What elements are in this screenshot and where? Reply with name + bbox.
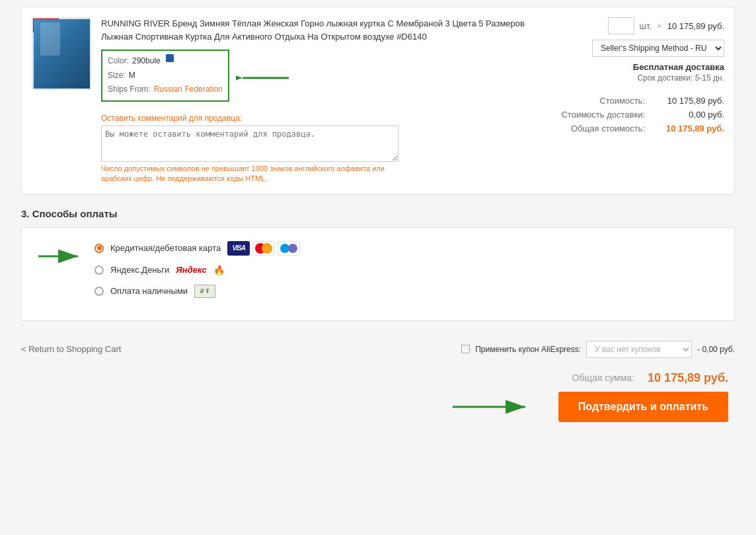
ships-from-value: Russian Federation: [154, 83, 223, 97]
product-title: RUNNING RIVER Бренд Зимняя Тёплая Женска…: [101, 17, 536, 43]
payment-card: Кредитная/дебетовая карта VISA: [21, 227, 735, 321]
radio-yandex[interactable]: [94, 266, 104, 275]
coupon-section: Применить купон AliExpress: У вас нет ку…: [461, 341, 735, 358]
comment-hint: Число допустимых символов не превышает 1…: [101, 164, 385, 184]
size-label: Size:: [108, 69, 126, 83]
price-per-unit: 10 175,89 руб.: [667, 21, 724, 31]
color-label: Color:: [108, 54, 129, 69]
quantity-input[interactable]: 1: [608, 17, 634, 34]
product-info: RUNNING RIVER Бренд Зимняя Тёплая Женска…: [101, 17, 536, 184]
product-right: 1 шт. × 10 175,89 руб. Seller's Shipping…: [546, 17, 724, 133]
payment-option-card[interactable]: Кредитная/дебетовая карта VISA: [94, 241, 300, 256]
cost-label: Стоимость:: [546, 96, 645, 106]
cash-icon: ₽ ₮: [194, 285, 215, 298]
product-attributes: Color: 290bule Size: M Ships From: Russi…: [101, 50, 229, 102]
cash-label: Оплата наличными: [110, 286, 188, 296]
coupon-checkbox[interactable]: [461, 345, 470, 353]
comment-section: Оставить комментарий для продавца: Число…: [101, 114, 536, 184]
yandex-logo: Яндекс: [176, 265, 206, 275]
yandex-label: Яндекс.Деньги: [110, 265, 169, 275]
return-to-cart-link[interactable]: < Return to Shopping Cart: [21, 344, 121, 354]
free-delivery-text: Бесплатная доставка: [633, 62, 724, 72]
card-label: Кредитная/дебетовая карта: [110, 243, 221, 253]
product-card: RUNNINGRIVER RUNNING RIVER Бренд Зимняя …: [21, 7, 735, 195]
total-value: 10 175,89 руб.: [648, 371, 728, 385]
size-value: M: [129, 69, 135, 83]
delivery-time: Срок доставки: 5-15 дн.: [633, 73, 724, 83]
color-swatch: [166, 54, 174, 62]
color-value: 290bule: [132, 54, 161, 69]
maestro-logo: [278, 241, 300, 256]
total-label: Общая сумма:: [572, 373, 634, 383]
total-cost-label: Общая стоимость:: [546, 124, 645, 133]
ships-from-label: Ships From:: [108, 83, 151, 97]
seller-comment-input[interactable]: [101, 125, 398, 162]
free-delivery-info: Бесплатная доставка Срок доставки: 5-15 …: [633, 62, 724, 83]
coupon-discount: - 0,00 руб.: [697, 345, 735, 354]
delivery-cost-label: Стоимость доставки:: [546, 110, 645, 120]
confirm-arrow: [453, 394, 532, 420]
confirm-pay-button[interactable]: Подтвердить и оплатить: [558, 392, 728, 422]
comment-label: Оставить комментарий для продавца:: [101, 114, 536, 123]
total-cost-value: 10 175,89 руб.: [658, 124, 724, 133]
payment-option-cash[interactable]: Оплата наличными ₽ ₮: [94, 285, 300, 298]
cost-value: 10 175,89 руб.: [658, 96, 724, 106]
shipping-method-select[interactable]: Seller's Shipping Method - RU: [592, 40, 724, 57]
delivery-cost-value: 0,00 руб.: [658, 110, 724, 120]
cost-summary: Стоимость: 10 175,89 руб. Стоимость дост…: [546, 96, 724, 133]
payment-option-yandex[interactable]: Яндекс.Деньги Яндекс 🔥: [94, 265, 300, 275]
visa-logo: VISA: [227, 241, 250, 256]
coupon-select[interactable]: У вас нет купонов: [586, 341, 692, 358]
product-image: RUNNINGRIVER: [32, 17, 91, 90]
radio-cash[interactable]: [94, 287, 104, 296]
payment-arrow: [38, 246, 85, 266]
fire-icon: 🔥: [213, 265, 225, 275]
annotation-arrow: [236, 65, 289, 91]
radio-card[interactable]: [94, 244, 104, 253]
qty-unit: шт.: [640, 21, 652, 31]
payment-options: Кредитная/дебетовая карта VISA: [94, 241, 300, 307]
price-separator: ×: [657, 21, 662, 31]
payment-section-title: 3. Способы оплаты: [21, 208, 735, 219]
card-logos: VISA: [227, 241, 300, 256]
quantity-row: 1 шт. × 10 175,89 руб.: [608, 17, 724, 34]
mastercard-logo: [252, 241, 275, 256]
coupon-label: Применить купон AliExpress:: [475, 345, 581, 354]
bottom-bar: < Return to Shopping Cart Применить купо…: [21, 334, 735, 365]
